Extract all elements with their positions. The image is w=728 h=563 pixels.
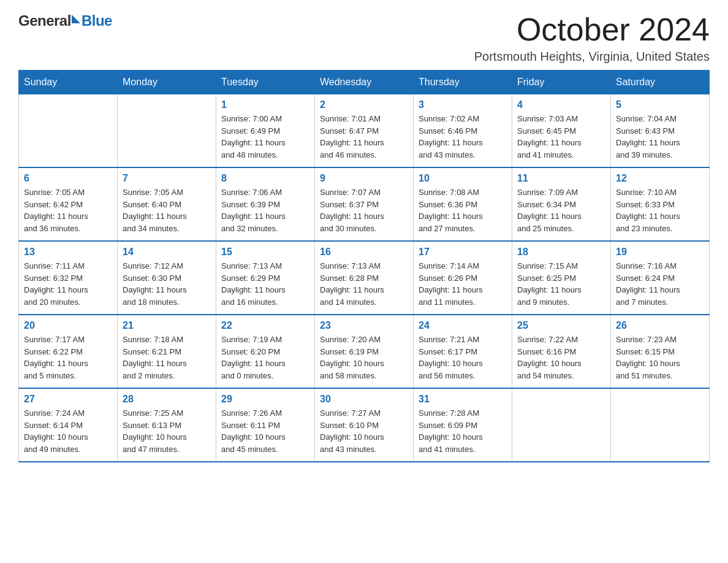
calendar-day-cell: 27Sunrise: 7:24 AMSunset: 6:14 PMDayligh… [19, 388, 118, 462]
calendar-day-cell: 7Sunrise: 7:05 AMSunset: 6:40 PMDaylight… [118, 167, 216, 241]
day-info: Sunrise: 7:21 AMSunset: 6:17 PMDaylight:… [419, 335, 483, 380]
calendar-day-cell: 26Sunrise: 7:23 AMSunset: 6:15 PMDayligh… [611, 315, 710, 388]
day-number: 10 [419, 173, 507, 184]
day-number: 19 [616, 247, 704, 258]
day-number: 2 [320, 99, 408, 110]
day-number: 4 [517, 99, 605, 110]
day-number: 23 [320, 320, 408, 331]
calendar-day-cell: 10Sunrise: 7:08 AMSunset: 6:36 PMDayligh… [414, 167, 512, 241]
day-info: Sunrise: 7:23 AMSunset: 6:15 PMDaylight:… [616, 335, 680, 380]
day-info: Sunrise: 7:05 AMSunset: 6:40 PMDaylight:… [123, 188, 187, 233]
calendar-day-cell: 5Sunrise: 7:04 AMSunset: 6:43 PMDaylight… [611, 94, 710, 168]
day-of-week-header: Thursday [414, 71, 512, 94]
calendar-day-cell: 2Sunrise: 7:01 AMSunset: 6:47 PMDaylight… [315, 94, 414, 168]
day-info: Sunrise: 7:06 AMSunset: 6:39 PMDaylight:… [221, 188, 286, 233]
day-number: 20 [24, 320, 112, 331]
day-number: 16 [320, 247, 408, 258]
day-info: Sunrise: 7:08 AMSunset: 6:36 PMDaylight:… [419, 188, 483, 233]
day-info: Sunrise: 7:15 AMSunset: 6:25 PMDaylight:… [517, 261, 582, 307]
day-number: 28 [123, 394, 211, 405]
calendar-day-cell [118, 94, 216, 168]
day-info: Sunrise: 7:00 AMSunset: 6:49 PMDaylight:… [221, 114, 286, 159]
month-title: October 2024 [474, 12, 710, 47]
day-number: 9 [320, 173, 408, 184]
day-of-week-header: Wednesday [315, 71, 414, 94]
day-number: 14 [123, 247, 211, 258]
day-info: Sunrise: 7:11 AMSunset: 6:32 PMDaylight:… [24, 261, 88, 307]
calendar-day-cell: 13Sunrise: 7:11 AMSunset: 6:32 PMDayligh… [19, 241, 118, 315]
logo: General Blue [18, 12, 112, 29]
calendar-day-cell: 9Sunrise: 7:07 AMSunset: 6:37 PMDaylight… [315, 167, 414, 241]
day-number: 11 [517, 173, 605, 184]
page-header: General Blue October 2024 Portsmouth Hei… [18, 12, 710, 64]
calendar-day-cell: 11Sunrise: 7:09 AMSunset: 6:34 PMDayligh… [512, 167, 611, 241]
calendar-week-row: 1Sunrise: 7:00 AMSunset: 6:49 PMDaylight… [19, 94, 710, 168]
day-number: 22 [221, 320, 309, 331]
day-number: 25 [517, 320, 605, 331]
calendar-day-cell: 3Sunrise: 7:02 AMSunset: 6:46 PMDaylight… [414, 94, 512, 168]
calendar-day-cell: 31Sunrise: 7:28 AMSunset: 6:09 PMDayligh… [414, 388, 512, 462]
day-info: Sunrise: 7:16 AMSunset: 6:24 PMDaylight:… [616, 261, 680, 307]
calendar-day-cell: 18Sunrise: 7:15 AMSunset: 6:25 PMDayligh… [512, 241, 611, 315]
day-info: Sunrise: 7:25 AMSunset: 6:13 PMDaylight:… [123, 408, 187, 454]
day-number: 24 [419, 320, 507, 331]
day-of-week-header: Sunday [19, 71, 118, 94]
day-of-week-header: Saturday [611, 71, 710, 94]
day-info: Sunrise: 7:26 AMSunset: 6:11 PMDaylight:… [221, 408, 286, 454]
calendar-day-cell [611, 388, 710, 462]
day-info: Sunrise: 7:28 AMSunset: 6:09 PMDaylight:… [419, 408, 483, 454]
calendar-day-cell: 23Sunrise: 7:20 AMSunset: 6:19 PMDayligh… [315, 315, 414, 388]
day-number: 13 [24, 247, 112, 258]
day-info: Sunrise: 7:02 AMSunset: 6:46 PMDaylight:… [419, 114, 483, 159]
calendar-day-cell: 14Sunrise: 7:12 AMSunset: 6:30 PMDayligh… [118, 241, 216, 315]
location-title: Portsmouth Heights, Virginia, United Sta… [474, 50, 710, 64]
calendar-week-row: 27Sunrise: 7:24 AMSunset: 6:14 PMDayligh… [19, 388, 710, 462]
day-number: 17 [419, 247, 507, 258]
calendar-week-row: 6Sunrise: 7:05 AMSunset: 6:42 PMDaylight… [19, 167, 710, 241]
calendar-day-cell: 19Sunrise: 7:16 AMSunset: 6:24 PMDayligh… [611, 241, 710, 315]
day-info: Sunrise: 7:22 AMSunset: 6:16 PMDaylight:… [517, 335, 582, 380]
day-info: Sunrise: 7:18 AMSunset: 6:21 PMDaylight:… [123, 335, 187, 380]
calendar-day-cell: 29Sunrise: 7:26 AMSunset: 6:11 PMDayligh… [216, 388, 315, 462]
calendar-day-cell: 6Sunrise: 7:05 AMSunset: 6:42 PMDaylight… [19, 167, 118, 241]
day-info: Sunrise: 7:09 AMSunset: 6:34 PMDaylight:… [517, 188, 582, 233]
day-number: 3 [419, 99, 507, 110]
day-info: Sunrise: 7:04 AMSunset: 6:43 PMDaylight:… [616, 114, 680, 159]
day-number: 21 [123, 320, 211, 331]
day-number: 26 [616, 320, 704, 331]
calendar-day-cell: 4Sunrise: 7:03 AMSunset: 6:45 PMDaylight… [512, 94, 611, 168]
calendar-table: SundayMondayTuesdayWednesdayThursdayFrid… [18, 70, 710, 462]
day-info: Sunrise: 7:17 AMSunset: 6:22 PMDaylight:… [24, 335, 88, 380]
day-info: Sunrise: 7:01 AMSunset: 6:47 PMDaylight:… [320, 114, 384, 159]
calendar-day-cell: 21Sunrise: 7:18 AMSunset: 6:21 PMDayligh… [118, 315, 216, 388]
calendar-day-cell: 15Sunrise: 7:13 AMSunset: 6:29 PMDayligh… [216, 241, 315, 315]
day-info: Sunrise: 7:14 AMSunset: 6:26 PMDaylight:… [419, 261, 483, 307]
day-number: 8 [221, 173, 309, 184]
day-info: Sunrise: 7:03 AMSunset: 6:45 PMDaylight:… [517, 114, 582, 159]
day-info: Sunrise: 7:20 AMSunset: 6:19 PMDaylight:… [320, 335, 384, 380]
calendar-week-row: 13Sunrise: 7:11 AMSunset: 6:32 PMDayligh… [19, 241, 710, 315]
day-number: 18 [517, 247, 605, 258]
day-info: Sunrise: 7:24 AMSunset: 6:14 PMDaylight:… [24, 408, 88, 454]
calendar-day-cell [19, 94, 118, 168]
day-number: 1 [221, 99, 309, 110]
calendar-day-cell [512, 388, 611, 462]
calendar-day-cell: 25Sunrise: 7:22 AMSunset: 6:16 PMDayligh… [512, 315, 611, 388]
calendar-day-cell: 28Sunrise: 7:25 AMSunset: 6:13 PMDayligh… [118, 388, 216, 462]
calendar-day-cell: 12Sunrise: 7:10 AMSunset: 6:33 PMDayligh… [611, 167, 710, 241]
logo-chevron-icon [72, 15, 80, 23]
day-number: 7 [123, 173, 211, 184]
day-number: 15 [221, 247, 309, 258]
day-of-week-header: Monday [118, 71, 216, 94]
calendar-day-cell: 22Sunrise: 7:19 AMSunset: 6:20 PMDayligh… [216, 315, 315, 388]
calendar-day-cell: 20Sunrise: 7:17 AMSunset: 6:22 PMDayligh… [19, 315, 118, 388]
day-number: 31 [419, 394, 507, 405]
title-section: October 2024 Portsmouth Heights, Virgini… [474, 12, 710, 64]
logo-blue-text: Blue [82, 12, 112, 29]
calendar-day-cell: 16Sunrise: 7:13 AMSunset: 6:28 PMDayligh… [315, 241, 414, 315]
day-info: Sunrise: 7:12 AMSunset: 6:30 PMDaylight:… [123, 261, 187, 307]
calendar-day-cell: 30Sunrise: 7:27 AMSunset: 6:10 PMDayligh… [315, 388, 414, 462]
day-number: 27 [24, 394, 112, 405]
day-info: Sunrise: 7:27 AMSunset: 6:10 PMDaylight:… [320, 408, 384, 454]
calendar-day-cell: 1Sunrise: 7:00 AMSunset: 6:49 PMDaylight… [216, 94, 315, 168]
